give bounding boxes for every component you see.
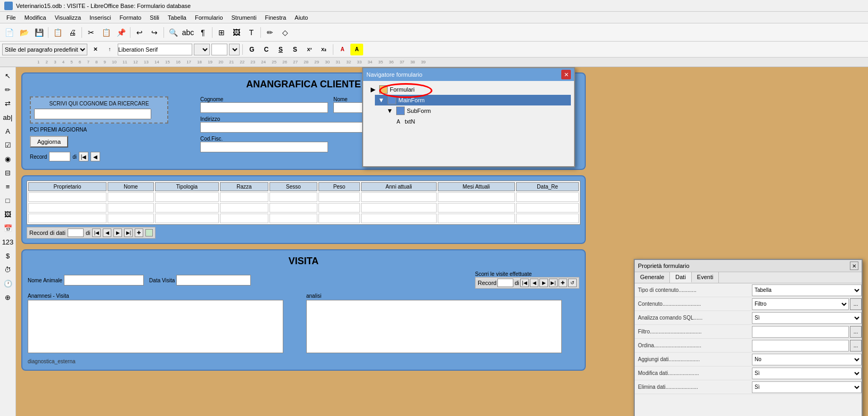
open-button[interactable]: 📂 <box>17 26 31 39</box>
tab-tool[interactable]: ⇄ <box>2 97 14 110</box>
tab-eventi[interactable]: Eventi <box>692 272 719 283</box>
menu-strumenti[interactable]: Strumenti <box>227 13 261 22</box>
nav-tool[interactable]: ⊕ <box>2 291 14 304</box>
update-style-button[interactable]: ↑ <box>103 44 116 55</box>
table-row[interactable] <box>28 214 579 223</box>
data-visita-input[interactable] <box>176 275 251 286</box>
draw-button[interactable]: ✏ <box>263 26 277 39</box>
font-color-button[interactable]: A <box>336 44 349 55</box>
visita-nav-first[interactable]: |◀ <box>520 279 529 287</box>
tree-txtn[interactable]: A txtN <box>392 116 571 127</box>
visita-nav-new[interactable]: ✚ <box>559 279 567 287</box>
tree-subform[interactable]: ▼ SubForm <box>383 105 571 116</box>
list-tool[interactable]: ≡ <box>2 180 14 193</box>
filtro-btn[interactable]: ... <box>850 326 862 338</box>
italic-button[interactable]: C <box>260 44 273 55</box>
record-number-input[interactable] <box>49 152 70 161</box>
nav-first-btn[interactable]: |◀ <box>79 152 88 161</box>
new-button[interactable]: 📄 <box>2 26 16 39</box>
subscript-button[interactable]: X₂ <box>317 44 330 55</box>
tab-dati[interactable]: Dati <box>670 272 692 283</box>
tab-generale[interactable]: Generale <box>635 272 670 283</box>
contenuto-select[interactable]: Filtro <box>752 298 849 310</box>
menu-formato[interactable]: Formato <box>115 13 145 22</box>
menu-stili[interactable]: Stili <box>145 13 163 22</box>
pilcrow-button[interactable]: ¶ <box>196 26 210 39</box>
button-tool[interactable]: □ <box>2 194 14 207</box>
bold-button[interactable]: G <box>245 44 258 55</box>
cut-button[interactable]: ✂ <box>84 26 98 39</box>
font-name-input[interactable] <box>118 44 192 55</box>
tree-mainform[interactable]: ▼ MainForm <box>375 95 571 105</box>
label-tool[interactable]: A <box>2 125 14 137</box>
menu-inserisci[interactable]: Inserisci <box>85 13 115 22</box>
properties-panel[interactable]: Proprietà formulario ✕ Generale Dati Eve… <box>634 259 863 416</box>
time-tool[interactable]: ⏱ <box>2 263 14 276</box>
visita-nav-next[interactable]: ▶ <box>539 279 548 287</box>
navigator-dialog[interactable]: Navigatore formulario ✕ ▶ Formulari ▼ Ma… <box>362 67 575 167</box>
visita-nav-last[interactable]: ▶| <box>549 279 558 287</box>
textbox-button[interactable]: T <box>244 26 258 39</box>
copy-button[interactable]: 📋 <box>99 26 113 39</box>
record-num-mid[interactable] <box>68 229 84 237</box>
edit-tool[interactable]: ✏ <box>2 83 14 96</box>
spell-button[interactable]: abc <box>181 26 195 39</box>
codfisco-input[interactable] <box>200 142 328 152</box>
visita-nav-prev[interactable]: ◀ <box>530 279 538 287</box>
cognome-input[interactable] <box>200 102 328 113</box>
font-name-dropdown[interactable] <box>194 44 210 55</box>
mid-nav-new[interactable]: ✚ <box>135 229 143 237</box>
highlight-button[interactable]: A <box>350 44 363 55</box>
print-button[interactable]: 🖨 <box>65 26 79 39</box>
navigator-close-button[interactable]: ✕ <box>561 70 571 79</box>
modifica-select[interactable]: Sì <box>752 368 862 379</box>
menu-finestra[interactable]: Finestra <box>261 13 291 22</box>
clock-tool[interactable]: 🕐 <box>2 277 14 290</box>
anamnesi-textarea[interactable] <box>28 300 283 353</box>
paste-button[interactable]: 📌 <box>114 26 128 39</box>
undo-button[interactable]: ↩ <box>133 26 146 39</box>
filtro-input[interactable] <box>752 326 849 338</box>
menu-aiuto[interactable]: Aiuto <box>290 13 312 22</box>
elimina-select[interactable]: Sì <box>752 381 862 393</box>
strikethrough-button[interactable]: S <box>289 44 301 55</box>
image-tool[interactable]: 🖼 <box>2 208 14 221</box>
canvas-area[interactable]: ANANGRAFICA CLIENTE SCRIVI QUI COGNOME D… <box>16 67 868 416</box>
nav-prev-btn[interactable]: ◀ <box>91 152 100 161</box>
table-row[interactable] <box>28 192 579 202</box>
mid-nav-prev[interactable]: ◀ <box>103 229 111 237</box>
search-input[interactable] <box>34 109 151 119</box>
font-size-input[interactable] <box>211 44 227 55</box>
mid-nav-first[interactable]: |◀ <box>92 229 101 237</box>
nome-animale-input[interactable] <box>64 275 144 286</box>
visita-nav-refresh[interactable]: ↺ <box>568 279 577 287</box>
number-tool[interactable]: 123 <box>2 235 14 248</box>
font-size-dropdown[interactable] <box>229 44 240 55</box>
table-button[interactable]: ⊞ <box>215 26 228 39</box>
record-num-visita[interactable] <box>497 279 513 287</box>
shapes-button[interactable]: ◇ <box>278 26 292 39</box>
properties-close-button[interactable]: ✕ <box>850 262 858 270</box>
menu-file[interactable]: File <box>2 13 20 22</box>
clear-format-button[interactable]: ✕ <box>89 44 102 55</box>
underline-button[interactable]: S <box>274 44 287 55</box>
find-button[interactable]: 🔍 <box>166 26 180 39</box>
image-button[interactable]: 🖼 <box>230 26 243 39</box>
ordina-btn[interactable]: ... <box>850 340 862 352</box>
combo-tool[interactable]: ⊟ <box>2 166 14 179</box>
superscript-button[interactable]: X² <box>303 44 316 55</box>
menu-formulario[interactable]: Formulario <box>191 13 227 22</box>
menu-visualizza[interactable]: Visualizza <box>51 13 85 22</box>
aggiungi-select[interactable]: No <box>752 354 862 365</box>
menu-modifica[interactable]: Modifica <box>20 13 51 22</box>
aggiorna-button[interactable]: Aggiorna <box>30 136 68 148</box>
checkbox-tool[interactable]: ☑ <box>2 138 14 151</box>
ordina-input[interactable] <box>752 340 849 352</box>
paragraph-style-select[interactable]: Stile del paragrafo predefinit <box>2 44 87 55</box>
analisi-textarea[interactable] <box>306 300 562 353</box>
pdf-button[interactable]: 📋 <box>51 26 64 39</box>
field-tool[interactable]: ab| <box>2 111 14 124</box>
currency-tool[interactable]: $ <box>2 249 14 262</box>
date-tool[interactable]: 📅 <box>2 222 14 234</box>
mid-nav-last[interactable]: ▶| <box>124 229 133 237</box>
